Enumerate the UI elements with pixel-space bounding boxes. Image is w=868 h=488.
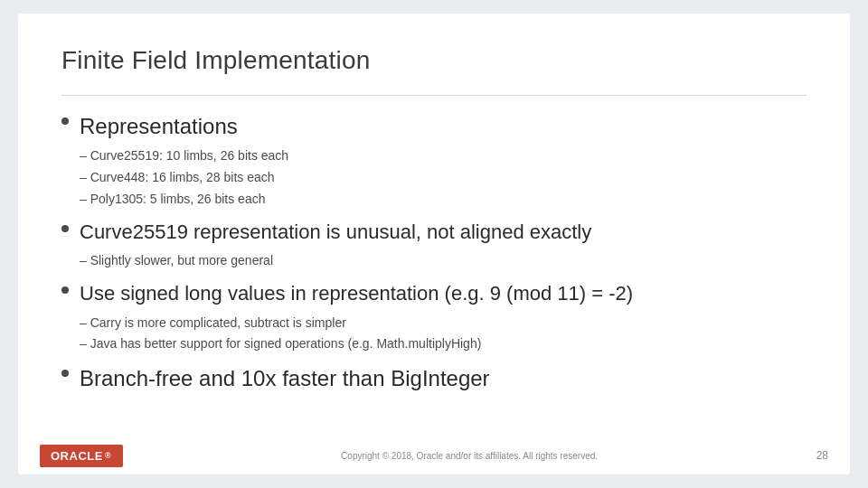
sub-bullets-representations: – Curve25519: 10 limbs, 26 bits each – C… xyxy=(80,145,807,210)
footer-page-number: 28 xyxy=(816,449,828,462)
bullet-signed-long: Use signed long values in representation… xyxy=(61,281,807,307)
slide: Finite Field Implementation Representati… xyxy=(18,14,850,474)
bullet-text-curve25519-unusual: Curve25519 representation is unusual, no… xyxy=(80,220,591,246)
sub-bullet-curve25519-limbs: – Curve25519: 10 limbs, 26 bits each xyxy=(80,145,807,167)
sub-bullet-curve448-limbs: – Curve448: 16 limbs, 28 bits each xyxy=(80,167,807,189)
slide-content: Representations – Curve25519: 10 limbs, … xyxy=(61,112,807,431)
oracle-logo-text: ORACLE xyxy=(51,449,103,463)
bullet-representations: Representations xyxy=(61,112,807,140)
bullet-dot-3 xyxy=(61,286,69,294)
footer-copyright: Copyright © 2018, Oracle and/or its affi… xyxy=(123,451,816,461)
sub-bullet-poly1305-limbs: – Poly1305: 5 limbs, 26 bits each xyxy=(80,189,807,211)
sub-bullets-curve25519-unusual: – Slightly slower, but more general xyxy=(80,250,807,272)
bullet-branch-free: Branch-free and 10x faster than BigInteg… xyxy=(61,364,807,392)
sub-bullet-carry: – Carry is more complicated, subtract is… xyxy=(80,313,807,334)
sub-bullets-signed-long: – Carry is more complicated, subtract is… xyxy=(80,313,807,356)
divider xyxy=(61,95,807,96)
slide-title: Finite Field Implementation xyxy=(61,46,807,75)
slide-footer: ORACLE® Copyright © 2018, Oracle and/or … xyxy=(18,436,850,474)
bullet-text-branch-free: Branch-free and 10x faster than BigInteg… xyxy=(80,364,490,392)
oracle-logo-reg: ® xyxy=(105,451,112,460)
bullet-text-signed-long: Use signed long values in representation… xyxy=(80,281,633,307)
bullet-curve25519-unusual: Curve25519 representation is unusual, no… xyxy=(61,220,807,246)
sub-bullet-java-signed: – Java has better support for signed ope… xyxy=(80,333,807,355)
oracle-logo: ORACLE® xyxy=(40,445,123,467)
bullet-dot-4 xyxy=(61,370,69,377)
sub-bullet-slightly-slower: – Slightly slower, but more general xyxy=(80,250,807,272)
bullet-dot-2 xyxy=(61,225,69,232)
bullet-text-representations: Representations xyxy=(80,112,238,140)
bullet-dot-1 xyxy=(61,117,69,125)
